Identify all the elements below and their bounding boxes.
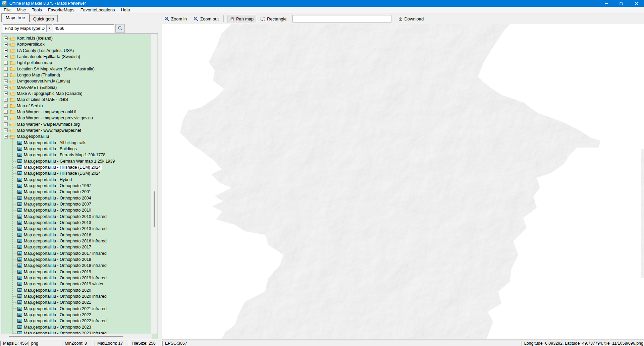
tree-item[interactable]: + Map.geoportail.lu - Orthophoto 2021 <box>1 299 158 305</box>
tree-item[interactable]: + Map.geoportail.lu - Orthophoto 1967 <box>1 183 158 189</box>
tree-item[interactable]: + Map Warper - mapwarper.prov.vic.gov.au <box>1 115 158 121</box>
tree-item[interactable]: + Map.geoportail.lu - Orthophoto 2021 in… <box>1 305 158 311</box>
tree-item[interactable]: + LA County (Los Angeles, USA) <box>1 48 158 54</box>
tree-item[interactable]: + Map of Serbia <box>1 103 158 109</box>
tree-item[interactable]: + Longdo Map (Thailand) <box>1 72 158 78</box>
menu-item[interactable]: Help <box>118 7 133 13</box>
map-viewport[interactable] <box>162 24 644 340</box>
chevron-down-icon[interactable]: ▼ <box>46 25 52 32</box>
tree-horizontal-scrollbar[interactable] <box>1 334 152 339</box>
tree-item[interactable]: + Lvmgeoserver.lvm.lv (Latvia) <box>1 78 158 84</box>
expand-toggle-icon[interactable]: + <box>4 49 8 52</box>
menu-item[interactable]: FavoriteLocations <box>77 7 118 13</box>
tree-item-label: Map Warper - mapwarper.onki.fi <box>17 110 76 114</box>
expand-toggle-icon[interactable]: + <box>4 85 8 89</box>
expand-toggle-icon[interactable]: + <box>4 61 8 65</box>
expand-toggle-icon[interactable]: + <box>4 122 8 126</box>
close-button[interactable] <box>629 0 644 7</box>
map-layer-icon <box>17 282 22 286</box>
tree-item[interactable]: + Map.geoportail.lu - Hillshade (DSM) 20… <box>1 170 158 176</box>
tree-item[interactable]: + Map.geoportail.lu - Orthophoto 2023 <box>1 324 158 330</box>
tree-item[interactable]: + Map.geoportail.lu - Orthophoto 2020 in… <box>1 293 158 299</box>
expand-toggle-icon[interactable]: + <box>4 67 8 71</box>
download-button[interactable]: Download <box>395 15 426 23</box>
menu-item[interactable]: Misc <box>14 7 29 13</box>
tree-item[interactable]: + Map.geoportail.lu - Orthophoto 2020 <box>1 287 158 293</box>
tree-item[interactable]: + Map.geoportail.lu - Orthophoto 2016 in… <box>1 238 158 244</box>
tree-item[interactable]: + Map.geoportail.lu - Orthophoto 2018 <box>1 256 158 263</box>
tab-maps-tree[interactable]: Maps tree <box>1 13 30 22</box>
tree-item[interactable]: + Make A Topographic Map (Canada) <box>1 91 158 97</box>
expand-toggle-icon[interactable]: + <box>4 73 8 77</box>
tree-item[interactable]: + Map.geoportail.lu - Orthophoto 2018 in… <box>1 263 158 269</box>
tab-quick-goto[interactable]: Quick goto <box>30 15 58 22</box>
tree-item[interactable]: + Map.geoportail.lu - Orthophoto 2022 <box>1 312 158 318</box>
tree-item[interactable]: + Map.geoportail.lu - Orthophoto 2019 <box>1 269 158 275</box>
tree-connector <box>13 308 17 309</box>
search-button[interactable] <box>115 24 125 33</box>
tree-item[interactable]: + Map.geoportail.lu - Orthophoto 2022 in… <box>1 318 158 324</box>
tree-connector <box>13 290 17 290</box>
expand-toggle-icon[interactable]: + <box>4 79 8 83</box>
tree-item[interactable]: + Map.geoportail.lu - All hiking trails <box>1 140 158 146</box>
tree-connector <box>13 223 17 223</box>
tree-item-label: Map.geoportail.lu <box>17 134 49 139</box>
expand-toggle-icon[interactable]: − <box>4 135 8 138</box>
expand-toggle-icon[interactable]: + <box>4 43 8 46</box>
minimize-button[interactable] <box>599 0 614 7</box>
tree-item[interactable]: + Map.geoportail.lu - Orthophoto 2017 <box>1 244 158 250</box>
tree-item[interactable]: + Map.geoportail.lu - German War map 1:2… <box>1 158 158 164</box>
tree-item[interactable]: + Kort.lmi.is (Iceland) <box>1 35 158 41</box>
horizontal-scrollbar-thumb[interactable] <box>9 336 123 337</box>
tree-item[interactable]: + Map Warper - mapwarper.onki.fi <box>1 109 158 115</box>
expand-toggle-icon[interactable]: + <box>4 104 8 108</box>
tree-item[interactable]: + Map Warper - warper.wmflabs.org <box>1 121 158 127</box>
expand-toggle-icon[interactable]: + <box>4 116 8 120</box>
zoom-in-button[interactable]: Zoom in <box>162 15 190 23</box>
expand-toggle-icon[interactable]: + <box>4 55 8 58</box>
tree-item[interactable]: + Map.geoportail.lu - Orthophoto 2019 in… <box>1 275 158 281</box>
toolbar-text-input[interactable] <box>292 15 391 22</box>
tree-item[interactable]: + Light pollution map <box>1 60 158 66</box>
tree-item[interactable]: + Map Warper - www.mapwarper.net <box>1 127 158 133</box>
tree-item[interactable]: + Map.geoportail.lu - Hillshade (DEM) 20… <box>1 164 158 170</box>
tree-item-label: Map Warper - www.mapwarper.net <box>17 128 81 133</box>
tree-item[interactable]: + Map.geoportail.lu - Orthophoto 2001 <box>1 189 158 195</box>
zoom-out-button[interactable]: Zoom out <box>191 15 221 23</box>
tree-item[interactable]: + Map of cities of UAE - 2GIS <box>1 97 158 103</box>
tree-item[interactable]: − Map.geoportail.lu <box>1 133 158 139</box>
tree-item[interactable]: + Map.geoportail.lu - Buildings <box>1 146 158 152</box>
tree-item[interactable]: + Map.geoportail.lu - Orthophoto 2010 <box>1 207 158 213</box>
find-by-dropdown[interactable]: Find by MapsTypeID ▼ <box>3 24 52 32</box>
tree-item[interactable]: + Map.geoportail.lu - Ferraris Map 1:20k… <box>1 152 158 158</box>
expand-toggle-icon[interactable]: + <box>4 37 8 40</box>
tree-item[interactable]: + Map.geoportail.lu - Orthophoto 2013 <box>1 220 158 226</box>
tree-item[interactable]: + Map.geoportail.lu - Orthophoto 2019 wi… <box>1 281 158 287</box>
pan-map-button[interactable]: Pan map <box>227 15 256 23</box>
tree-item[interactable]: + Kortoverblik.dk <box>1 41 158 47</box>
expand-toggle-icon[interactable]: + <box>4 128 8 132</box>
expand-toggle-icon[interactable]: + <box>4 110 8 114</box>
tree-item[interactable]: + Map.geoportail.lu - Orthophoto 2004 <box>1 195 158 201</box>
tree-item[interactable]: + MAA-AMET (Estonia) <box>1 84 158 91</box>
expand-toggle-icon[interactable]: + <box>4 92 8 95</box>
status-segment: TileSize: 256 <box>129 341 162 346</box>
menu-item[interactable]: FavoriteMaps <box>45 7 77 13</box>
vertical-scrollbar-thumb[interactable] <box>154 191 155 227</box>
restore-button[interactable] <box>614 0 629 7</box>
expand-toggle-icon[interactable]: + <box>4 98 8 102</box>
tree-item[interactable]: + Map.geoportail.lu - Hybrid <box>1 177 158 183</box>
menu-item[interactable]: Tools <box>29 7 45 13</box>
tree-item[interactable]: + Map.geoportail.lu - Orthophoto 2007 <box>1 201 158 207</box>
tree-item[interactable]: + Location SA Map Viewer (South Australi… <box>1 66 158 72</box>
menu-item[interactable]: File <box>1 7 14 13</box>
status-bar: MapsID: 4566pngMinZoom: 8MaxZoom: 17Tile… <box>0 340 644 346</box>
rectangle-button[interactable]: Rectangle <box>258 15 289 23</box>
tree-item[interactable]: + Map.geoportail.lu - Orthophoto 2016 <box>1 232 158 238</box>
tree-item[interactable]: + Map.geoportail.lu - Orthophoto 2013 in… <box>1 226 158 232</box>
tree-item[interactable]: + Lantmateriets Fjallkarta (Swedish) <box>1 54 158 60</box>
tree-item[interactable]: + Map.geoportail.lu - Orthophoto 2010 in… <box>1 214 158 220</box>
search-input[interactable]: 4566 <box>53 24 114 32</box>
tree-vertical-scrollbar[interactable] <box>151 34 157 334</box>
tree-item[interactable]: + Map.geoportail.lu - Orthophoto 2017 in… <box>1 250 158 256</box>
